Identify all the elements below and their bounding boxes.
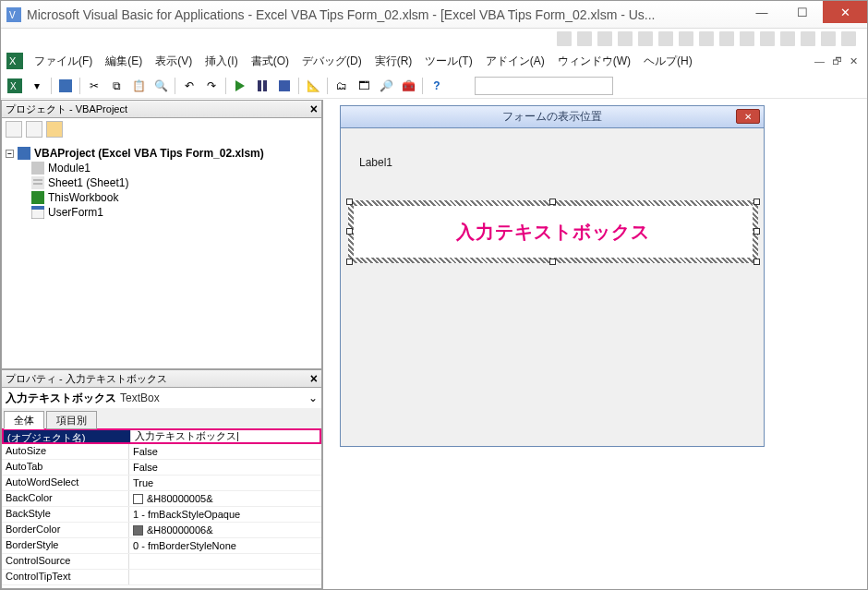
tree-item-workbook[interactable]: ThisWorkbook — [31, 190, 318, 205]
property-value[interactable]: &H80000006& — [129, 523, 321, 537]
undo-icon[interactable]: ↶ — [179, 76, 199, 96]
tree-root-label: VBAProject (Excel VBA Tips Form_02.xlsm) — [34, 147, 264, 160]
minimize-button[interactable]: — — [741, 1, 782, 23]
project-explorer-icon[interactable]: 🗂 — [332, 76, 352, 96]
project-explorer-header: プロジェクト - VBAProject × — [1, 100, 322, 118]
property-name: AutoWordSelect — [2, 476, 129, 490]
userform-close-icon[interactable]: ✕ — [736, 109, 760, 124]
mdi-minimize[interactable]: — — [813, 55, 826, 67]
view-code-icon[interactable] — [6, 121, 22, 138]
collapse-icon[interactable]: − — [6, 150, 14, 158]
svg-rect-6 — [59, 79, 72, 92]
property-row[interactable]: BorderColor&H80000006& — [2, 523, 321, 538]
menu-window[interactable]: ウィンドウ(W) — [552, 52, 636, 71]
property-row[interactable]: ControlSource — [2, 554, 321, 570]
menu-help[interactable]: ヘルプ(H) — [638, 52, 698, 71]
position-combo[interactable] — [475, 77, 613, 95]
property-row[interactable]: AutoWordSelectTrue — [2, 476, 321, 491]
menu-format[interactable]: 書式(O) — [246, 52, 295, 71]
resize-handle[interactable] — [753, 259, 760, 265]
property-value[interactable]: 0 - fmBorderStyleNone — [129, 538, 321, 553]
mdi-close[interactable]: ✕ — [848, 55, 860, 67]
menu-debug[interactable]: デバッグ(D) — [296, 52, 368, 71]
property-row[interactable]: BorderStyle0 - fmBorderStyleNone — [2, 538, 321, 554]
view-excel-icon[interactable]: X — [5, 76, 25, 96]
resize-handle[interactable] — [549, 199, 556, 205]
disabled-toolbar — [1, 29, 867, 49]
property-value[interactable]: True — [129, 476, 321, 490]
tree-project-root[interactable]: − VBAProject (Excel VBA Tips Form_02.xls… — [6, 146, 318, 161]
object-browser-icon[interactable]: 🔎 — [376, 76, 396, 96]
menu-view[interactable]: 表示(V) — [150, 52, 198, 71]
properties-object-selector[interactable]: 入力テキストボックス TextBox ⌄ — [1, 388, 322, 408]
maximize-button[interactable]: ☐ — [782, 1, 823, 23]
tab-alphabetic[interactable]: 全体 — [4, 411, 44, 429]
chevron-down-icon[interactable]: ⌄ — [308, 391, 318, 404]
property-row[interactable]: BackColor&H80000005& — [2, 491, 321, 507]
form-designer-area[interactable]: フォームの表示位置 ✕ Label1 入力テキストボックス — [323, 100, 867, 589]
property-row[interactable]: BackStyle1 - fmBackStyleOpaque — [2, 507, 321, 523]
view-object-icon[interactable] — [26, 121, 42, 138]
save-icon[interactable] — [55, 76, 76, 96]
reset-icon[interactable] — [274, 76, 295, 96]
run-icon[interactable] — [230, 76, 250, 96]
project-explorer-close-icon[interactable]: × — [310, 102, 318, 116]
find-icon[interactable]: 🔍 — [151, 76, 171, 96]
userform-preview[interactable]: フォームの表示位置 ✕ Label1 入力テキストボックス — [340, 105, 765, 447]
svg-rect-11 — [18, 147, 30, 160]
toggle-folders-icon[interactable] — [46, 121, 63, 138]
menu-addins[interactable]: アドイン(A) — [480, 52, 550, 71]
resize-handle[interactable] — [753, 199, 760, 205]
property-value[interactable]: False — [129, 460, 321, 475]
svg-rect-13 — [31, 176, 44, 189]
properties-window-close-icon[interactable]: × — [310, 371, 318, 386]
resize-handle[interactable] — [549, 259, 556, 265]
close-button[interactable]: ✕ — [823, 1, 867, 23]
properties-grid[interactable]: (オブジェクト名)入力テキストボックス|AutoSizeFalseAutoTab… — [1, 428, 322, 589]
tree-item-sheet[interactable]: Sheet1 (Sheet1) — [31, 175, 318, 190]
redo-icon[interactable]: ↷ — [201, 76, 222, 96]
resize-handle[interactable] — [346, 228, 353, 235]
menu-insert[interactable]: 挿入(I) — [199, 52, 243, 71]
menu-tools[interactable]: ツール(T) — [419, 52, 477, 71]
window-title: Microsoft Visual Basic for Applications … — [27, 7, 741, 22]
excel-icon[interactable]: X — [6, 53, 23, 69]
property-value[interactable] — [129, 570, 321, 584]
mdi-restore[interactable]: 🗗 — [830, 55, 844, 67]
property-value[interactable]: &H80000005& — [129, 491, 321, 506]
tree-item-label: UserForm1 — [48, 206, 103, 219]
label1-control[interactable]: Label1 — [359, 156, 392, 169]
svg-rect-18 — [31, 206, 44, 210]
tree-item-userform[interactable]: UserForm1 — [31, 205, 318, 220]
property-row[interactable]: AutoTabFalse — [2, 460, 321, 476]
project-explorer-tree[interactable]: − VBAProject (Excel VBA Tips Form_02.xls… — [1, 140, 322, 369]
property-name: ControlSource — [2, 554, 129, 569]
color-swatch-icon — [133, 494, 143, 504]
menu-run[interactable]: 実行(R) — [369, 52, 418, 71]
menu-edit[interactable]: 編集(E) — [100, 52, 148, 71]
toolbox-icon[interactable]: 🧰 — [398, 76, 418, 96]
property-value[interactable]: 1 - fmBackStyleOpaque — [129, 507, 321, 522]
property-row[interactable]: AutoSizeFalse — [2, 444, 321, 460]
paste-icon[interactable]: 📋 — [128, 76, 149, 96]
color-swatch-icon — [133, 525, 143, 536]
properties-window-icon[interactable]: 🗔 — [354, 76, 374, 96]
copy-icon[interactable]: ⧉ — [106, 76, 127, 96]
break-icon[interactable] — [252, 76, 272, 96]
property-value[interactable] — [129, 554, 321, 569]
property-row[interactable]: (オブジェクト名)入力テキストボックス| — [2, 428, 321, 444]
property-row[interactable]: ControlTipText — [2, 570, 321, 585]
design-mode-icon[interactable]: 📐 — [303, 76, 323, 96]
property-value[interactable]: False — [129, 444, 321, 459]
tab-categorized[interactable]: 項目別 — [46, 411, 97, 429]
menu-file[interactable]: ファイル(F) — [29, 52, 98, 71]
textbox-control-selected[interactable]: 入力テキストボックス — [354, 206, 753, 258]
help-icon[interactable]: ? — [427, 76, 447, 96]
resize-handle[interactable] — [346, 199, 353, 205]
resize-handle[interactable] — [753, 228, 760, 235]
resize-handle[interactable] — [346, 259, 353, 265]
property-value[interactable]: 入力テキストボックス| — [131, 430, 319, 442]
cut-icon[interactable]: ✂ — [84, 76, 104, 96]
insert-module-dropdown-icon[interactable]: ▾ — [27, 76, 47, 96]
tree-item-module[interactable]: Module1 — [31, 161, 318, 175]
